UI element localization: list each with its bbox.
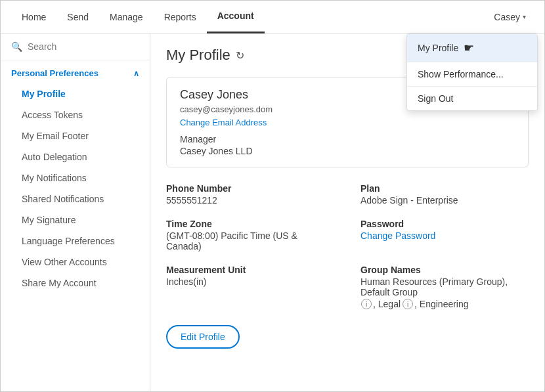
change-password-link[interactable]: Change Password [360,230,435,241]
details-grid: Phone Number 5555551212 Plan Adobe Sign … [166,183,529,309]
search-icon: 🔍 [11,41,22,52]
sidebar-item-language[interactable]: Language Preferences [1,230,150,251]
detail-groups: Group Names Human Resources (Primary Gro… [360,265,529,309]
detail-phone: Phone Number 5555551212 [166,183,334,206]
sidebar-item-email-footer[interactable]: My Email Footer [1,125,150,146]
sidebar-item-auto-delegation[interactable]: Auto Delegation [1,146,150,167]
group-info-icon-1[interactable]: i [361,299,372,309]
group-info-icon-2[interactable]: i [403,299,413,309]
sidebar-item-my-profile[interactable]: My Profile [1,83,150,104]
sidebar-item-share-account[interactable]: Share My Account [1,272,150,294]
nav-item-send[interactable]: Send [56,1,99,33]
dropdown-item-sign-out[interactable]: Sign Out [407,87,537,110]
caret-down-icon: ▾ [523,13,526,20]
search-input[interactable] [28,41,139,52]
nav-item-account[interactable]: Account [207,1,265,33]
detail-plan: Plan Adobe Sign - Enterprise [360,183,529,206]
edit-profile-button[interactable]: Edit Profile [166,325,240,349]
nav-item-home[interactable]: Home [11,1,56,33]
detail-password: Password Change Password [360,219,529,251]
sidebar-search-container: 🔍 [1,33,150,60]
nav-item-manage[interactable]: Manage [99,1,154,33]
cursor-pointer-icon: ☛ [464,41,474,55]
refresh-icon[interactable]: ↻ [236,49,244,62]
collapse-icon[interactable]: ∧ [133,69,139,78]
profile-company: Casey Jones LLD [180,146,515,156]
profile-role: Manager [180,134,515,144]
page-title: My Profile [166,47,230,64]
top-nav: Home Send Manage Reports Account Casey ▾… [1,1,544,33]
nav-item-reports[interactable]: Reports [154,1,207,33]
dropdown-item-show-performance[interactable]: Show Performance... [407,62,537,86]
dropdown-item-my-profile[interactable]: My Profile ☛ [407,34,537,62]
sidebar-item-signature[interactable]: My Signature [1,209,150,230]
nav-items: Home Send Manage Reports Account [11,1,486,33]
group-names-value: Human Resources (Primary Group), Default… [360,276,529,309]
sidebar-item-shared-notifications[interactable]: Shared Notifications [1,188,150,209]
sidebar: 🔍 Personal Preferences ∧ My Profile Acce… [1,33,150,392]
detail-timezone: Time Zone (GMT-08:00) Pacific Time (US &… [166,219,334,251]
sidebar-item-view-accounts[interactable]: View Other Accounts [1,251,150,272]
user-dropdown-menu: My Profile ☛ Show Performance... Sign Ou… [406,33,538,111]
sidebar-item-notifications[interactable]: My Notifications [1,167,150,188]
detail-measurement: Measurement Unit Inches(in) [166,265,334,309]
change-email-link[interactable]: Change Email Address [180,118,267,127]
sidebar-item-access-tokens[interactable]: Access Tokens [1,104,150,125]
sidebar-section-header: Personal Preferences ∧ [1,60,150,83]
nav-user-menu[interactable]: Casey ▾ [486,1,534,33]
